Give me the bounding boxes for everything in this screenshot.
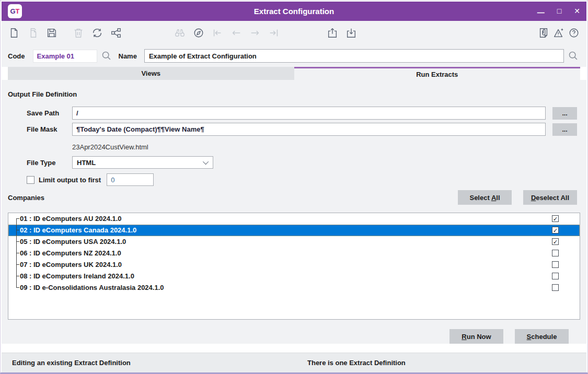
- copy-icon: [27, 27, 39, 39]
- delete-icon: [73, 27, 84, 39]
- save-button[interactable]: [45, 27, 58, 39]
- file-type-select[interactable]: HTML: [72, 156, 213, 169]
- file-mask-preview: 23Apr2024CustView.html: [72, 143, 148, 151]
- company-label: 05 : ID eComputers USA 2024.1.0: [20, 238, 126, 246]
- title-bar: GT Extract Configuration — □ ✕: [2, 2, 586, 21]
- limit-output-checkbox[interactable]: [27, 176, 34, 184]
- refresh-button[interactable]: [91, 27, 103, 39]
- company-checkbox[interactable]: [552, 273, 559, 279]
- name-search-button[interactable]: [567, 49, 580, 63]
- close-icon[interactable]: ✕: [574, 2, 580, 21]
- first-record-icon: [212, 27, 223, 39]
- previous-record-button[interactable]: [230, 27, 243, 39]
- file-type-value: HTML: [77, 159, 204, 167]
- save-icon: [46, 27, 57, 39]
- schedule-button[interactable]: Schedule: [515, 329, 569, 344]
- tab-views[interactable]: Views: [8, 67, 294, 80]
- company-checkbox[interactable]: [552, 250, 559, 256]
- window-title: Extract Configuration: [2, 7, 586, 16]
- alert-add-button[interactable]: [552, 27, 565, 39]
- help-button[interactable]: [568, 27, 580, 39]
- last-record-button[interactable]: [268, 27, 280, 39]
- new-button[interactable]: [8, 27, 20, 39]
- code-search-button[interactable]: [100, 49, 113, 63]
- file-mask-label: File Mask: [27, 125, 72, 133]
- find-binoculars-icon: [174, 27, 186, 39]
- navigate-button[interactable]: [192, 27, 205, 39]
- status-message-right: There is one Extract Definition: [307, 359, 406, 367]
- new-document-icon: [8, 27, 20, 39]
- status-bar: Editing an existing Extract Definition T…: [2, 353, 586, 372]
- companies-list[interactable]: 01 : ID eComputers AU 2024.1.0 ✓ 02 : ID…: [8, 213, 580, 320]
- previous-record-icon: [230, 27, 242, 39]
- file-mask-input[interactable]: [72, 123, 546, 136]
- attachment-icon: [538, 27, 549, 39]
- next-record-icon: [249, 27, 261, 39]
- tab-run-extracts[interactable]: Run Extracts: [294, 67, 581, 80]
- import-button[interactable]: [345, 27, 358, 39]
- deselect-all-button[interactable]: Deselect All: [523, 190, 577, 205]
- company-checkbox[interactable]: [552, 284, 559, 291]
- toolbar: [2, 21, 586, 45]
- company-checkbox[interactable]: ✓: [552, 227, 559, 233]
- export-button[interactable]: [326, 27, 339, 39]
- next-record-button[interactable]: [249, 27, 261, 39]
- limit-output-label: Limit output to first: [39, 176, 101, 184]
- refresh-icon: [91, 27, 103, 39]
- attachment-button[interactable]: [537, 27, 550, 39]
- gt-logo-icon: GT: [8, 4, 22, 18]
- status-message-left: Editing an existing Extract Definition: [12, 359, 131, 367]
- companies-heading: Companies: [8, 194, 44, 202]
- name-label: Name: [119, 52, 137, 60]
- import-icon: [345, 27, 357, 39]
- limit-count-input[interactable]: [107, 173, 154, 186]
- delete-button[interactable]: [72, 27, 85, 39]
- file-mask-browse-button[interactable]: ...: [552, 123, 577, 136]
- maximize-icon[interactable]: □: [557, 2, 561, 21]
- hierarchy-button[interactable]: [110, 27, 122, 39]
- save-path-input[interactable]: [72, 107, 546, 120]
- last-record-icon: [268, 27, 280, 39]
- navigate-compass-icon: [193, 27, 204, 39]
- company-label: 06 : ID eComputers NZ 2024.1.0: [20, 249, 121, 257]
- code-label: Code: [8, 52, 25, 60]
- company-row[interactable]: 05 : ID eComputers USA 2024.1.0 ✓: [8, 236, 580, 248]
- company-row[interactable]: 01 : ID eComputers AU 2024.1.0 ✓: [8, 213, 580, 225]
- search-icon: [568, 50, 579, 62]
- file-type-label: File Type: [27, 159, 72, 167]
- help-icon: [568, 27, 580, 39]
- alert-add-icon: [553, 27, 564, 39]
- save-path-browse-button[interactable]: ...: [552, 107, 577, 120]
- code-input[interactable]: [33, 50, 97, 63]
- tab-bar: Views Run Extracts: [8, 67, 580, 80]
- output-file-definition-heading: Output File Definition: [8, 90, 580, 98]
- company-row[interactable]: 06 : ID eComputers NZ 2024.1.0: [8, 248, 580, 259]
- company-row[interactable]: 09 : ID e-Consolidations Australasia 202…: [8, 282, 580, 294]
- company-checkbox[interactable]: [552, 261, 559, 268]
- company-checkbox[interactable]: ✓: [552, 238, 559, 245]
- name-input[interactable]: [144, 49, 564, 63]
- save-path-label: Save Path: [27, 109, 72, 117]
- extract-configuration-window: GT Extract Configuration — □ ✕: [0, 0, 588, 374]
- copy-button[interactable]: [27, 27, 39, 39]
- company-row[interactable]: 02 : ID eComputers Canada 2024.1.0 ✓: [8, 225, 580, 236]
- minimize-icon[interactable]: —: [537, 3, 545, 22]
- search-icon: [101, 50, 112, 62]
- hierarchy-icon: [110, 27, 122, 39]
- company-label: 09 : ID e-Consolidations Australasia 202…: [20, 284, 164, 291]
- run-extracts-panel: Output File Definition Save Path ... Fil…: [2, 80, 586, 344]
- company-label: 08 : ID eComputers Ireland 2024.1.0: [20, 272, 134, 280]
- run-now-button[interactable]: Run Now: [449, 329, 503, 344]
- company-checkbox[interactable]: ✓: [552, 215, 559, 222]
- find-button[interactable]: [174, 27, 186, 39]
- company-row[interactable]: 08 : ID eComputers Ireland 2024.1.0: [8, 271, 580, 282]
- company-label: 07 : ID eComputers UK 2024.1.0: [20, 261, 122, 268]
- company-row[interactable]: 07 : ID eComputers UK 2024.1.0: [8, 259, 580, 271]
- export-icon: [327, 27, 338, 39]
- select-all-button[interactable]: Select All: [458, 190, 512, 205]
- company-label: 01 : ID eComputers AU 2024.1.0: [20, 215, 122, 223]
- company-label: 02 : ID eComputers Canada 2024.1.0: [20, 226, 136, 234]
- record-header: Code Name: [2, 45, 586, 67]
- first-record-button[interactable]: [211, 27, 224, 39]
